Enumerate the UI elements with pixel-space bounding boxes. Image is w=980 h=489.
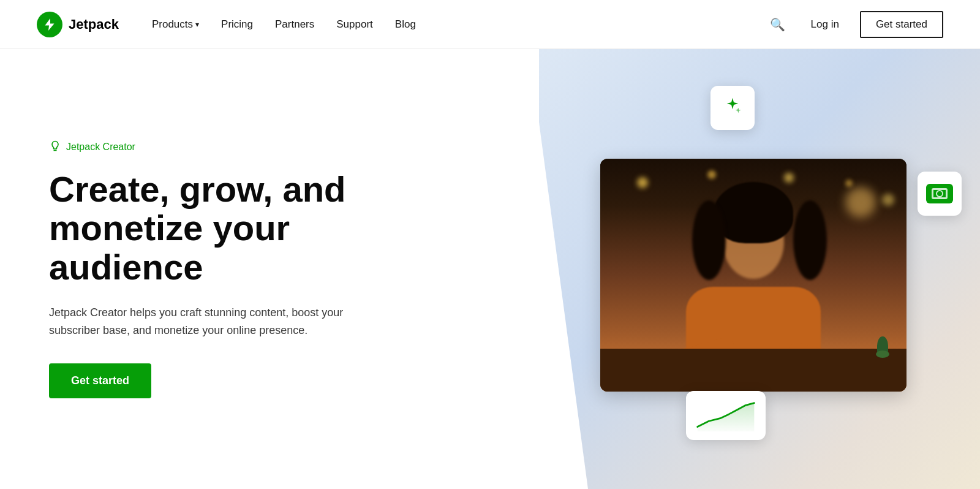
bokeh-2 <box>707 170 716 179</box>
creator-label-text: Jetpack Creator <box>66 142 135 153</box>
photo-background <box>600 159 907 392</box>
nav-partners[interactable]: Partners <box>266 13 323 36</box>
header-left: Jetpack Products ▾ Pricing Partners Supp… <box>37 12 424 37</box>
main-nav: Products ▾ Pricing Partners Support Blog <box>143 13 424 36</box>
search-button[interactable]: 🔍 <box>765 12 790 37</box>
login-button[interactable]: Log in <box>802 13 848 36</box>
chart-float-card <box>686 391 766 440</box>
nav-support[interactable]: Support <box>328 13 382 36</box>
hero-image-card <box>600 159 907 392</box>
desk <box>600 349 907 392</box>
jetpack-logo-icon <box>37 12 62 37</box>
chevron-down-icon: ▾ <box>195 20 199 29</box>
header-right: 🔍 Log in Get started <box>765 11 943 38</box>
svg-marker-0 <box>698 403 755 431</box>
search-icon: 🔍 <box>770 18 785 31</box>
get-started-hero-button[interactable]: Get started <box>49 363 151 398</box>
money-float-card <box>918 172 962 216</box>
plant-leaves <box>876 351 889 358</box>
nav-products[interactable]: Products ▾ <box>143 13 208 36</box>
hero-title: Create, grow, and monetize your audience <box>49 170 404 287</box>
main-content: Jetpack Creator Create, grow, and moneti… <box>0 49 980 489</box>
logo[interactable]: Jetpack <box>37 12 119 37</box>
hero-left: Jetpack Creator Create, grow, and moneti… <box>0 49 539 489</box>
sparkle-float-card <box>710 86 755 130</box>
hero-description: Jetpack Creator helps you craft stunning… <box>49 304 355 339</box>
hair-right <box>793 200 827 280</box>
logo-text: Jetpack <box>69 17 119 32</box>
sparkle-icon <box>723 96 742 120</box>
get-started-header-button[interactable]: Get started <box>860 11 943 38</box>
money-icon <box>926 184 953 203</box>
nav-pricing[interactable]: Pricing <box>213 13 262 36</box>
bokeh-5 <box>882 194 894 206</box>
lamp-glow <box>845 187 876 218</box>
header: Jetpack Products ▾ Pricing Partners Supp… <box>0 0 980 49</box>
creator-label-row: Jetpack Creator <box>49 140 490 155</box>
money-icon-inner <box>932 188 948 199</box>
bokeh-3 <box>784 173 794 183</box>
lightning-icon <box>42 17 57 32</box>
hair-left <box>692 200 726 280</box>
hero-right <box>539 49 980 489</box>
lightbulb-icon <box>49 140 61 155</box>
chart-svg <box>695 397 757 434</box>
nav-blog[interactable]: Blog <box>386 13 424 36</box>
